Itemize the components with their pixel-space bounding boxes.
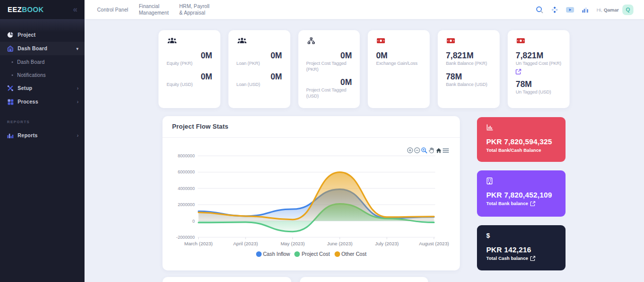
summary-column: PKR 7,820,594,325 Total Bank/Cash Balanc… [477,116,566,270]
sidebar-item-label: Setup [18,85,77,91]
total-bank-cash-balance-card[interactable]: PKR 7,820,594,325 Total Bank/Cash Balanc… [477,117,566,162]
svg-text:-2000000: -2000000 [176,235,195,240]
legend-item[interactable]: Project Cost [294,251,330,257]
stat-label: Un Tagged Cost (PKR) [516,61,561,67]
zoom-out-icon[interactable] [414,147,420,153]
stat-value: 0M [376,51,422,60]
chevron-down-icon: ▾ [76,46,78,51]
sidebar-item-process[interactable]: Process › [0,95,85,109]
svg-text:July (2023): July (2023) [375,241,398,246]
menu-icon[interactable] [443,148,449,153]
sidebar-item-project[interactable]: Project [0,28,85,42]
sidebar-item-setup[interactable]: Setup › [0,81,85,95]
apps-icon[interactable] [551,7,558,13]
svg-text:8000000: 8000000 [178,153,195,158]
tools-icon [7,85,14,91]
svg-text:June (2023): June (2023) [327,241,353,246]
chevron-right-icon: › [77,85,78,91]
external-link-icon[interactable] [516,69,561,74]
stat-label: Loan (PKR) [236,61,282,67]
home-icon [7,45,14,52]
stat-value: 0M [167,72,212,81]
legend-dot [256,251,262,257]
summary-value: PKR 7,820,452,109 [487,191,556,199]
grid-icon [7,99,14,105]
stat-card[interactable]: 7,821MUn Tagged Cost (PKR)78MUn Tagged (… [508,30,570,108]
chart-icon [487,124,556,131]
area-chart[interactable]: 80000006000000400000020000000-2000000Mar… [163,138,460,249]
sidebar-item-label: Reports [18,133,77,138]
bottom-row [163,277,566,282]
topbar: Control Panel Financial Management HRM, … [85,0,644,19]
home-icon[interactable] [436,148,442,153]
chart-title: Project Flow Stats [172,123,228,130]
sidebar-collapse-icon[interactable]: « [73,5,77,14]
search-icon[interactable] [536,6,543,14]
stat-card[interactable]: 0MEquity (PKR)0MEquity (USD) [158,30,220,108]
sidebar-section-label: REPORTS [0,120,85,124]
stat-label: Bank Balance (PKR) [446,61,492,67]
legend-dot [294,251,300,257]
sidebar-item-dashboard[interactable]: Dash Board ▾ [0,42,85,55]
money-icon [377,38,422,44]
bottom-card-left [163,277,291,282]
chart-area: 80000006000000400000020000000-2000000Mar… [163,138,460,270]
nav-financial-management[interactable]: Financial Management [139,3,169,16]
bottom-card-right [300,277,429,282]
sidebar-item-label: Process [18,99,77,105]
summary-value: PKR 7,820,594,325 [487,138,556,146]
stat-value: 7,821M [516,51,561,60]
stat-value: 0M [306,78,352,86]
money-icon [517,38,561,44]
svg-text:0: 0 [192,219,195,224]
zoom-in-icon[interactable] [407,147,413,153]
stat-value: 0M [306,51,352,60]
nav-control-panel[interactable]: Control Panel [97,7,128,13]
chevron-right-icon: › [77,99,78,105]
selection-zoom-icon[interactable] [421,147,427,153]
svg-text:2000000: 2000000 [178,202,195,207]
legend-label: Cash Inflow [263,251,290,257]
legend-item[interactable]: Other Cost [335,251,367,257]
app-logo[interactable]: EEZBOOK [8,6,44,14]
sitemap-icon [307,38,352,44]
stats-bars-icon[interactable] [582,7,589,13]
stat-label: Project Cost Tagged (USD) [306,87,352,99]
logo-row: EEZBOOK « [0,0,85,19]
pie-chart-icon [7,32,14,38]
stat-label: Bank Balance (USD) [446,82,492,88]
stat-card[interactable]: 0MProject Cost Tagged (PKR)0MProject Cos… [298,30,360,108]
stat-label: Equity (PKR) [167,61,212,67]
stat-value: 78M [516,80,561,88]
stat-label: Loan (USD) [236,82,282,88]
legend-item[interactable]: Cash Inflow [256,251,290,257]
sidebar-item-reports[interactable]: Reports › [0,129,85,142]
stat-card[interactable]: 7,821MBank Balance (PKR)78MBank Balance … [438,30,500,108]
stat-card[interactable]: 0MLoan (PKR)0MLoan (USD) [228,30,290,108]
money-icon [447,38,492,44]
sidebar-item-label: Dash Board [18,46,76,51]
bullet-dot [12,61,13,63]
stat-value: 0M [236,72,282,81]
sidebar: EEZBOOK « Project Dash Board ▾ Dash Boar… [0,0,85,282]
play-button-icon[interactable] [566,7,574,13]
external-link-icon [530,201,535,206]
pan-icon[interactable] [428,147,435,153]
project-flow-stats-card: Project Flow Stats [163,116,460,270]
total-cash-balance-card[interactable]: $ PKR 142,216 Total Cash balance [477,225,566,270]
avatar[interactable]: Q [622,5,633,15]
bar-chart-icon [7,132,14,139]
chart-legend: Cash InflowProject CostOther Cost [163,251,460,257]
user-greeting[interactable]: Hi, Qamar [597,7,619,13]
stat-label: Exchange Gain/Loss [376,61,422,67]
svg-text:4000000: 4000000 [178,186,195,191]
stat-label: Project Cost Tagged (PKR) [306,61,352,72]
total-bank-balance-card[interactable]: PKR 7,820,452,109 Total Bank balance [477,170,566,217]
dollar-icon: $ [487,232,556,239]
stat-card[interactable]: 0MExchange Gain/Loss [368,30,430,108]
sidebar-subitem-dashboard[interactable]: Dash Board [0,55,85,68]
legend-label: Other Cost [342,251,367,257]
users-icon [168,38,212,44]
nav-hrm-payroll[interactable]: HRM, Payroll & Appraisal [179,3,209,16]
sidebar-subitem-notifications[interactable]: Notifications [0,68,85,81]
